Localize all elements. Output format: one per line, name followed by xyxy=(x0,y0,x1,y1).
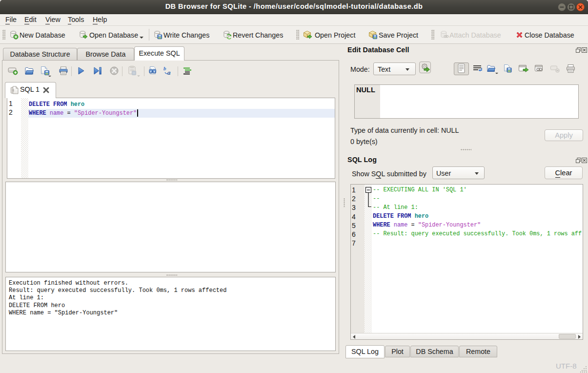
svg-text:a: a xyxy=(167,69,171,76)
svg-text:b: b xyxy=(163,66,166,71)
